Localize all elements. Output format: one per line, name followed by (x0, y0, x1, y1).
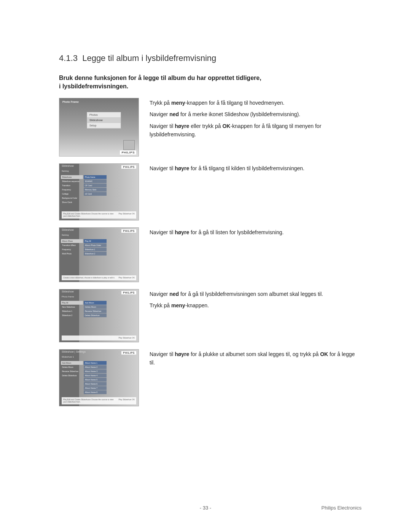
action-list: Add Album Delete Album Rename Slideshow … (84, 301, 107, 318)
philips-logo: PHILIPS (121, 229, 136, 233)
philips-logo: PHILIPS (121, 291, 136, 294)
step-1-text: Trykk på meny-knappen for å få tilgang t… (150, 98, 358, 142)
step-5-text: Naviger til høyre for å plukke ut albume… (150, 349, 358, 370)
screenshot-slideshow-actions: Slideshow PHILIPS Photo frame Play All N… (59, 289, 139, 342)
step-3: Slideshow PHILIPS Setting Album Show Tra… (59, 227, 358, 282)
screenshot-slideshow-source: Slideshow PHILIPS Setting Slideshows Sli… (59, 163, 139, 220)
album-list: Album Name 1 Album Name 2 Album Name 3 A… (84, 361, 107, 395)
main-menu-list: Photos Slideshow Setup (87, 112, 121, 129)
page-number: - 33 - (200, 505, 211, 511)
step-2-text: Naviger til høyre for å få tilgang til k… (150, 163, 358, 176)
step-4: Slideshow PHILIPS Photo frame Play All N… (59, 289, 358, 342)
screenshot-slideshow-list: Slideshow PHILIPS Setting Album Show Tra… (59, 227, 139, 282)
settings-list: Slideshows Slideshow sequence Transition… (61, 175, 83, 204)
hint-footer: Play,Edit and Create Slideshows Choose t… (62, 211, 136, 219)
hint-footer: Play,Edit and Create Slideshows Choose t… (62, 397, 136, 404)
footer-brand: Philips Electronics (322, 505, 362, 511)
intro-text: Bruk denne funksjonen for å legge til al… (59, 74, 358, 91)
slideshow-list: Play All Album Photo Order Slideshow 1 S… (84, 239, 107, 256)
slideshow-list: Play All New Slideshow Slideshow 1 Slide… (61, 301, 83, 318)
section-heading: 4.1.3 Legge til album i lysbildefremvisn… (59, 53, 358, 63)
hint-footer: Play Slideshow OK (62, 335, 136, 340)
screenshot-main-menu: Photo Frame Photos Slideshow Setup PHILI… (59, 98, 139, 157)
step-3-text: Naviger til høyre for å gå til listen fo… (150, 227, 358, 240)
section-number: 4.1.3 (59, 53, 78, 63)
philips-logo: PHILIPS (120, 150, 136, 155)
section-title-text: Legge til album i lysbildefremvisning (82, 53, 216, 63)
settings-list: Album Show Transition Effect Frequency M… (61, 239, 83, 256)
hint-footer: Create a new slideshow, choose a slidesh… (62, 275, 136, 280)
action-list: Add Album Delete Album Rename Slideshow … (61, 361, 83, 378)
source-list: Photo frame SD/MMC CF Card Memory Stick … (84, 175, 107, 196)
screenshot-album-select: Slideshow | Settings PHILIPS Slideshow 1… (59, 349, 139, 406)
step-2: Slideshow PHILIPS Setting Slideshows Sli… (59, 163, 358, 220)
philips-logo: PHILIPS (121, 351, 136, 355)
step-1: Photo Frame Photos Slideshow Setup PHILI… (59, 98, 358, 157)
step-4-text: Naviger ned for å gå til lysbildefremvis… (150, 289, 358, 313)
philips-logo: PHILIPS (121, 165, 136, 169)
page-footer: - 33 - Philips Electronics (0, 505, 411, 511)
step-5: Slideshow | Settings PHILIPS Slideshow 1… (59, 349, 358, 406)
slideshow-icon (123, 140, 135, 150)
